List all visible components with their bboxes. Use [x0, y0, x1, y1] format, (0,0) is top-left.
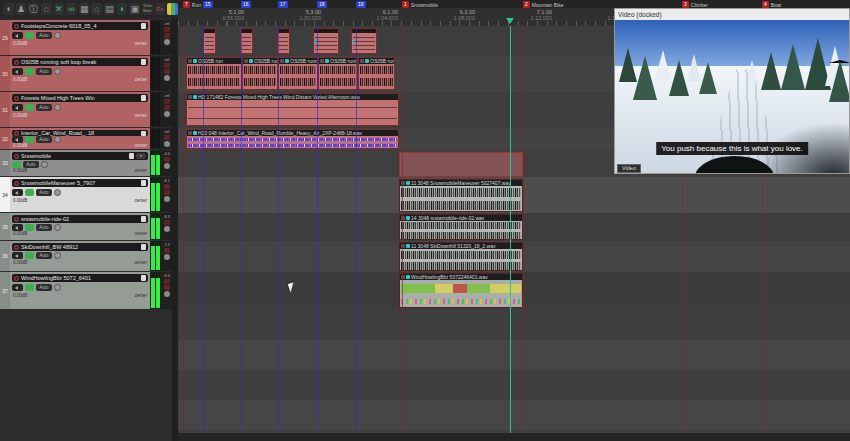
automation-button[interactable]: Auto — [36, 224, 52, 231]
marker-18[interactable]: 18 — [317, 1, 327, 8]
audio-item-os05b[interactable]: OS05B running — [318, 57, 358, 90]
monitor-button[interactable] — [25, 136, 34, 143]
audio-item-ski-downhill[interactable]: 11 3048 SkiDownhill 51320_18_2.wav — [399, 242, 523, 271]
item-group-icon[interactable] — [193, 95, 197, 99]
mute-button[interactable] — [12, 189, 23, 196]
pan-knob[interactable] — [54, 252, 61, 259]
track-37-wind-howling[interactable]: 37 WindHowlingBliz 5072_6401 Auto 0.00dB… — [0, 272, 172, 309]
audio-item-forests[interactable]: HD 171482 Forests Mixed High Trees Wind … — [186, 93, 399, 126]
meter-button[interactable] — [164, 99, 170, 104]
item-group-icon[interactable] — [365, 59, 369, 63]
item-grouping-icon[interactable]: ▦ — [79, 3, 90, 15]
video-tab[interactable]: Video — [617, 164, 641, 173]
automation-button[interactable]: Auto — [36, 136, 52, 143]
meter-button[interactable] — [164, 135, 170, 140]
grid-icon[interactable]: ▤ — [104, 3, 115, 15]
pan-knob[interactable] — [54, 104, 61, 111]
item-mute-icon[interactable] — [280, 59, 284, 63]
automation-button[interactable]: Auto — [36, 104, 52, 111]
meter-button[interactable] — [164, 157, 170, 162]
automation-button[interactable]: Auto — [36, 32, 52, 39]
record-arm-button[interactable] — [14, 60, 19, 65]
meter-button[interactable] — [164, 248, 170, 253]
track-name[interactable]: SnowmobileManeuver 5_7907 — [21, 180, 139, 186]
mute-button[interactable] — [12, 104, 23, 111]
meter-button[interactable] — [164, 69, 170, 74]
marker-4-boat[interactable]: 4 Boat — [762, 1, 781, 8]
mute-button[interactable] — [12, 136, 23, 143]
marker-2-mountain-bike[interactable]: 2 Mountain Bike — [523, 1, 563, 8]
item-group-icon[interactable] — [193, 131, 197, 135]
fx-icon[interactable]: Fx — [155, 3, 166, 15]
record-arm-button[interactable] — [14, 24, 19, 29]
track-34-snowmobile-maneuver[interactable]: 34 SnowmobileManeuver 5_7907 Auto 0.00dB… — [0, 177, 172, 212]
audio-item-footsteps[interactable] — [203, 28, 216, 54]
mute-button[interactable] — [12, 32, 23, 39]
item-mute-icon[interactable] — [244, 59, 248, 63]
timebase-icon[interactable]: Time Note — [142, 3, 153, 15]
horizontal-scrollbar[interactable] — [178, 433, 850, 441]
audio-item-interior-car[interactable]: H20 048 Interior_Car_Wind_Road_Rumble_He… — [186, 129, 399, 149]
item-group-icon[interactable] — [193, 59, 197, 63]
pan-knob[interactable] — [54, 284, 61, 291]
record-arm-button[interactable] — [14, 96, 19, 101]
meter-button[interactable] — [164, 105, 170, 110]
volume-slider[interactable] — [141, 275, 146, 281]
pan-knob[interactable] — [41, 161, 48, 168]
folder-item-snowmobile[interactable] — [399, 152, 523, 177]
track-35-snowmobile-ride[interactable]: 35 snowmobile-ride-02 Auto 0.00dBcenter … — [0, 213, 172, 240]
pan-knob[interactable] — [54, 32, 61, 39]
monitor-button[interactable] — [25, 32, 34, 39]
marker-15[interactable]: 15 — [203, 1, 213, 8]
meter-button[interactable] — [164, 27, 170, 32]
track-name[interactable]: WindHowlingBliz 5072_6401 — [21, 275, 139, 281]
item-mute-icon[interactable] — [188, 59, 192, 63]
marker-3-climber[interactable]: 3 Climber — [682, 1, 708, 8]
track-name[interactable]: snowmobile-ride-02 — [21, 216, 139, 222]
monitor-button[interactable] — [25, 284, 34, 291]
mouse-tool-icon[interactable]: ◖ — [3, 3, 14, 15]
volume-slider[interactable] — [141, 23, 146, 29]
audio-item-snowmobile-ride[interactable]: 14 3048 snowmobile-ride-02.wav — [399, 214, 523, 240]
automation-button[interactable]: Auto — [36, 68, 52, 75]
item-group-icon[interactable] — [406, 181, 410, 185]
pan-knob[interactable] — [54, 189, 61, 196]
record-arm-button[interactable] — [14, 131, 19, 136]
stamp-tool-icon[interactable]: ♟ — [16, 3, 27, 15]
record-arm-button[interactable] — [14, 181, 19, 186]
meter-button[interactable] — [164, 279, 170, 284]
audio-item-os05b[interactable]: OS05B runnin — [278, 57, 318, 90]
width-knob[interactable] — [164, 291, 170, 297]
monitor-button[interactable] — [25, 189, 34, 196]
ripple-edit-icon[interactable]: ◗ — [117, 3, 128, 15]
home-icon[interactable]: ⌂ — [41, 3, 52, 15]
pan-knob[interactable] — [54, 136, 61, 143]
meter-button[interactable] — [164, 190, 170, 195]
width-knob[interactable] — [164, 163, 170, 169]
volume-slider[interactable] — [141, 95, 146, 101]
lock-icon[interactable]: ▣ — [129, 3, 140, 15]
meter-button[interactable] — [164, 220, 170, 225]
video-window[interactable]: Video (docked) You push because this is … — [614, 8, 850, 174]
marker-17[interactable]: 17 — [278, 1, 288, 8]
item-mute-icon[interactable] — [360, 59, 364, 63]
audio-item-snowmobile-maneuver[interactable]: 11 3048 SnowmobileManeuver 5027407.wav — [399, 179, 523, 212]
envelope-home-icon[interactable]: ⌂ — [91, 3, 102, 15]
monitor-button[interactable] — [25, 224, 34, 231]
marker-16[interactable]: 16 — [241, 1, 251, 8]
auto-crossfade-icon[interactable]: ✕ — [54, 3, 65, 15]
mute-button[interactable] — [12, 284, 23, 291]
mute-button[interactable] — [12, 224, 23, 231]
record-arm-button[interactable] — [14, 245, 19, 250]
automation-button[interactable]: Auto — [36, 252, 52, 259]
volume-slider[interactable] — [129, 153, 134, 159]
width-knob[interactable] — [164, 75, 170, 81]
audio-item-os05b[interactable]: OS05B runnin — [242, 57, 278, 90]
automation-button[interactable]: Auto — [36, 284, 52, 291]
item-mute-icon[interactable] — [188, 131, 192, 135]
marker-19[interactable]: 19 — [356, 1, 366, 8]
track-name[interactable]: FootstepsConcrete 6018_05_4 — [21, 23, 139, 29]
meter-button[interactable] — [164, 63, 170, 68]
marker-1-snowmobile[interactable]: 1 Snowmobile — [402, 1, 438, 8]
volume-slider[interactable] — [141, 180, 146, 186]
